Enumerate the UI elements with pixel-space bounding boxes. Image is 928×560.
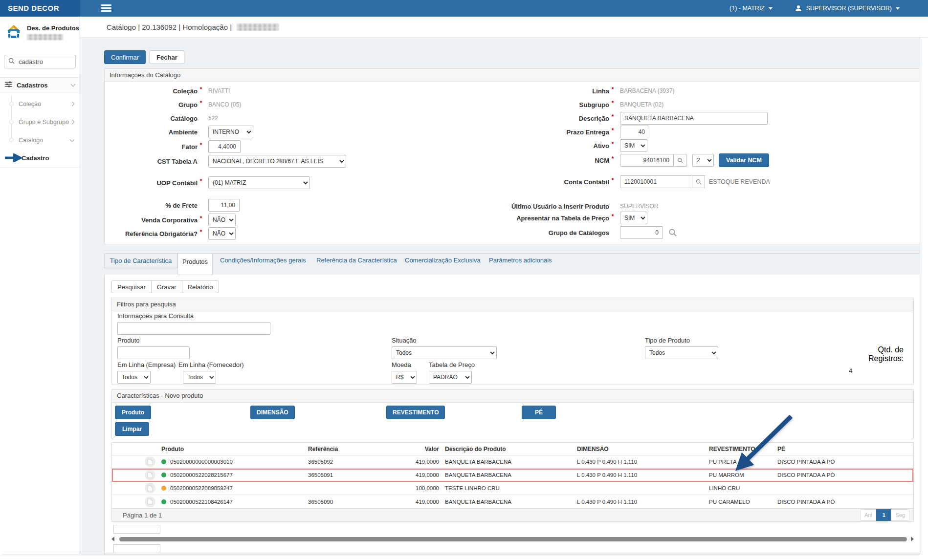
pe-cell: DISCO PINTADA A PÓ [774, 499, 913, 505]
sidebar-item-grupo-subgrupo[interactable]: Grupo e Subgrupo [0, 113, 80, 131]
user-menu[interactable]: SUPERVISOR (SUPERVISOR) [795, 0, 900, 17]
page-1-button[interactable]: 1 [876, 509, 891, 521]
footer-input-top[interactable] [113, 525, 160, 534]
venda-corporativa-select[interactable]: NÃO [208, 214, 236, 226]
produtos-toolbar: Pesquisar Gravar Relatório [111, 280, 219, 293]
field-label: Linha [504, 87, 609, 95]
required-star: * [198, 178, 204, 185]
fechar-button[interactable]: Fechar [150, 50, 184, 64]
ncm-search-button[interactable] [674, 154, 686, 167]
sidebar-item-colecao[interactable]: Coleção [0, 95, 80, 113]
required-star: * [198, 86, 204, 93]
status-dot [161, 473, 166, 477]
scrollbar-thumb[interactable] [119, 537, 907, 541]
hamburger-menu-icon[interactable] [101, 4, 111, 12]
uop-contabil-select[interactable]: (01) MATRIZ [208, 176, 310, 189]
em-linha-empresa-select[interactable]: Todos [117, 371, 151, 384]
valor-cell: 419,0000 [410, 499, 442, 505]
conta-search-button[interactable] [692, 175, 705, 188]
fator-input[interactable] [208, 140, 241, 153]
attachment-image-icon[interactable] [145, 456, 155, 467]
table-row-selected[interactable]: 05020000522028215677 36505091 419,0000 B… [112, 469, 913, 482]
produto-code: 05020000522089859247 [170, 485, 233, 491]
sidebar-app-title: Des. de Produtos [27, 24, 79, 32]
frete-input[interactable] [208, 199, 240, 212]
apresentar-tabela-preco-select[interactable]: SIM [620, 212, 647, 224]
required-star: * [609, 155, 616, 162]
prev-page-button[interactable]: Ant [860, 509, 877, 521]
conta-contabil-descricao: ESTOQUE REVENDA [709, 178, 770, 185]
footer-input-bottom[interactable] [113, 544, 160, 553]
ncm-digits-select[interactable]: 2 [692, 154, 714, 167]
informacoes-consulta-input[interactable] [117, 322, 270, 335]
caret-down-icon [896, 7, 900, 10]
revestimento-cell: PU CARAMELO [706, 499, 774, 505]
required-star: * [609, 141, 616, 148]
sidebar-item-cadastros[interactable]: Cadastros [0, 77, 80, 93]
topbar: SEND DECOR (1) - MATRIZ SUPERVISOR (SUPE… [0, 0, 928, 17]
sidebar-search-input[interactable] [19, 58, 72, 65]
grupo-catalogos-input[interactable] [620, 226, 663, 239]
validar-ncm-button[interactable]: Validar NCM [719, 153, 769, 167]
field-label: Prazo Entrega [504, 129, 609, 136]
revestimento-button[interactable]: REVESTIMENTO [386, 406, 445, 419]
conta-contabil-input[interactable] [620, 175, 692, 188]
dimensao-button[interactable]: DIMENSÃO [250, 406, 295, 419]
relatorio-button[interactable]: Relatório [182, 280, 219, 293]
field-label: Apresentar na Tabela de Preço [504, 215, 609, 222]
attachment-image-icon[interactable] [145, 470, 155, 480]
scrollbar-track[interactable] [116, 537, 909, 541]
ativo-select[interactable]: SIM [620, 139, 647, 152]
referencia-obrigatoria-select[interactable]: NÃO [208, 227, 236, 240]
situacao-select[interactable]: Todos [392, 346, 497, 359]
tab-condicoes-informacoes-gerais[interactable]: Condições/Informações gerais [220, 254, 306, 268]
grupo-catalogos-search-icon[interactable] [669, 229, 677, 237]
tree-bullet [9, 138, 14, 142]
scroll-left-icon[interactable] [111, 537, 114, 541]
ncm-input[interactable] [620, 154, 674, 167]
tab-produtos[interactable]: Produtos [177, 254, 213, 275]
field-label: Coleção [105, 87, 198, 95]
branch-selector[interactable]: (1) - MATRIZ [729, 0, 773, 17]
gravar-button[interactable]: Gravar [151, 280, 182, 293]
tab-tipo-de-caracteristica[interactable]: Tipo de Característica [104, 254, 177, 268]
colecao-value: RIVATTI [208, 87, 230, 94]
limpar-button[interactable]: Limpar [115, 422, 149, 436]
redacted-subtitle [27, 34, 63, 40]
cst-tabela-a-select[interactable]: NACIONAL, DECRETO 288/67 E AS LEIS [208, 155, 346, 168]
scroll-right-icon[interactable] [911, 537, 914, 541]
produto-filter-input[interactable] [117, 346, 190, 359]
moeda-select[interactable]: R$ [392, 371, 417, 384]
sidebar-search[interactable] [4, 55, 76, 68]
descricao-input[interactable] [620, 112, 768, 125]
produtos-tab-panel: Pesquisar Gravar Relatório Filtros para … [104, 275, 920, 554]
prazo-entrega-input[interactable] [620, 126, 649, 138]
tabela-preco-select[interactable]: PADRÃO [429, 371, 472, 384]
field-label: Subgrupo [504, 101, 609, 108]
tab-comercializacao-exclusiva[interactable]: Comercialização Exclusiva [405, 254, 481, 268]
subgrupo-value: BANQUETA (02) [620, 101, 663, 108]
confirmar-button[interactable]: Confirmar [104, 50, 146, 64]
pesquisar-button[interactable]: Pesquisar [111, 280, 152, 293]
em-linha-fornecedor-select[interactable]: Todos [183, 371, 216, 384]
page-indicator: Página 1 de 1 [112, 512, 860, 519]
main-area: Catálogo | 20.136092 | Homologação | Con… [80, 17, 928, 560]
table-row[interactable]: 05020000522108426147 36505090 419,0000 B… [112, 495, 913, 508]
chevron-right-icon [70, 102, 75, 107]
pe-button[interactable]: PÉ [522, 406, 556, 419]
valor-cell: 100,0000 [410, 485, 442, 491]
table-row[interactable]: 05020000000000003010 36505092 419,0000 B… [112, 455, 913, 469]
tab-referencia-da-caracteristica[interactable]: Referência da Característica [316, 254, 397, 268]
produto-button[interactable]: Produto [115, 406, 151, 419]
linha-value: BARBACENA (3937) [620, 87, 674, 94]
sliders-icon [5, 81, 12, 89]
ambiente-select[interactable]: INTERNO [208, 126, 253, 138]
attachment-image-icon[interactable] [145, 483, 155, 494]
next-page-button[interactable]: Seg [891, 509, 909, 521]
tipo-produto-select[interactable]: Todos [645, 346, 718, 359]
sidebar-item-catalogo[interactable]: Catálogo [0, 131, 80, 149]
table-row[interactable]: 05020000522089859247 100,0000 TESTE LINH… [112, 482, 913, 495]
sidebar-item-cadastro[interactable]: Cadastro [0, 149, 80, 168]
field-label: Em Linha (Fornecedor) [178, 361, 244, 368]
attachment-image-icon[interactable] [145, 496, 155, 507]
